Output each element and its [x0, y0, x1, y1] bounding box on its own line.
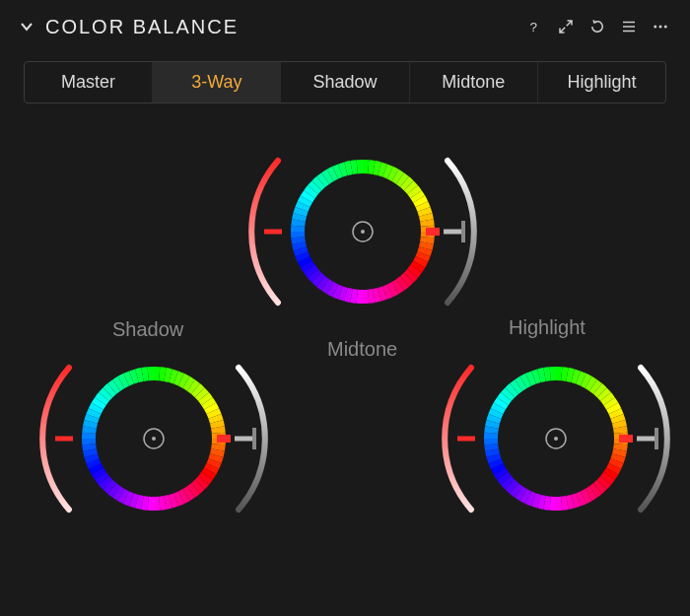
- more-icon: [652, 18, 669, 35]
- tab-highlight[interactable]: Highlight: [538, 62, 665, 103]
- help-button[interactable]: ?: [522, 15, 546, 38]
- color-balance-panel: COLOR BALANCE ? Master 3-Way Shadow Midt…: [0, 0, 690, 616]
- wheel-label-highlight: Highlight: [509, 316, 586, 339]
- tab-shadow[interactable]: Shadow: [281, 62, 409, 103]
- panel-header: COLOR BALANCE ?: [18, 10, 672, 43]
- svg-rect-15: [217, 435, 231, 443]
- collapse-toggle[interactable]: [18, 18, 35, 35]
- wheel-label-midtone: Midtone: [327, 338, 397, 361]
- svg-point-20: [554, 437, 558, 441]
- svg-point-2: [659, 26, 662, 29]
- tab-midtone[interactable]: Midtone: [410, 62, 538, 103]
- menu-icon: [620, 18, 638, 35]
- color-wheel-midtone[interactable]: [235, 133, 491, 330]
- tab-3way[interactable]: 3-Way: [153, 62, 281, 103]
- svg-point-3: [664, 26, 667, 29]
- mode-tabs: Master 3-Way Shadow Midtone Highlight: [24, 61, 666, 103]
- svg-text:?: ?: [530, 20, 538, 34]
- color-wheel-shadow[interactable]: [26, 340, 282, 537]
- reset-button[interactable]: [586, 15, 609, 38]
- svg-rect-21: [619, 435, 633, 443]
- expand-button[interactable]: [554, 15, 578, 38]
- panel-title: COLOR BALANCE: [45, 16, 239, 38]
- svg-point-8: [361, 230, 365, 234]
- expand-icon: [557, 18, 575, 35]
- svg-point-14: [152, 437, 156, 441]
- color-wheel-highlight[interactable]: [428, 340, 684, 537]
- chevron-down-icon: [20, 20, 34, 34]
- tab-master[interactable]: Master: [25, 62, 153, 103]
- wheels-area: Shadow Midtone Highlight: [18, 133, 672, 616]
- wheel-label-shadow: Shadow: [112, 318, 183, 341]
- more-button[interactable]: [649, 15, 672, 38]
- menu-button[interactable]: [617, 15, 641, 38]
- color-wheel-icon: [26, 340, 282, 537]
- color-wheel-icon: [235, 133, 491, 330]
- svg-point-1: [654, 26, 656, 29]
- help-icon: ?: [525, 18, 543, 35]
- svg-rect-9: [426, 228, 440, 236]
- reset-icon: [588, 18, 606, 35]
- color-wheel-icon: [428, 340, 684, 537]
